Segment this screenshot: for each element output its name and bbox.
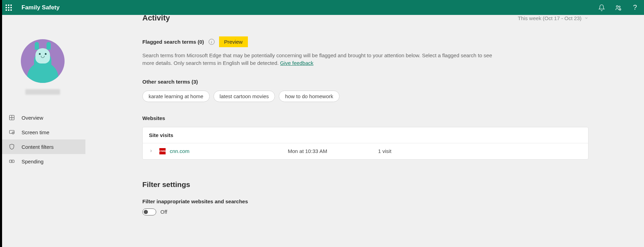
sidebar-item-screentime[interactable]: Screen time (0, 125, 85, 139)
screentime-icon (8, 129, 15, 136)
site-time: Mon at 10:33 AM (288, 148, 378, 154)
flagged-terms-label: Flagged search terms (0) (142, 39, 204, 45)
svg-rect-8 (9, 160, 14, 163)
money-icon (8, 158, 15, 165)
preview-badge: Preview (219, 36, 248, 47)
people-icon[interactable] (615, 4, 622, 11)
annotation-arrow (85, 188, 90, 220)
other-terms-label: Other search terms (3) (142, 79, 588, 85)
description-text: Search terms from Microsoft Edge that ma… (142, 52, 493, 67)
sidebar-item-label: Screen time (22, 129, 49, 135)
chevron-down-icon (584, 16, 588, 20)
week-range-label: This week (Oct 17 - Oct 23) (518, 15, 582, 21)
search-chip[interactable]: karate learning at home (142, 91, 210, 102)
avatar[interactable] (21, 39, 65, 83)
app-header: Family Safety ? (0, 0, 644, 15)
sidebar-item-label: Content filters (22, 144, 54, 150)
sidebar-item-label: Spending (22, 159, 43, 164)
overview-icon (8, 114, 15, 121)
sidebar-item-overview[interactable]: Overview (0, 110, 85, 125)
site-name-link[interactable]: cnn.com (170, 148, 288, 154)
chevron-right-icon[interactable] (149, 148, 157, 154)
search-chip[interactable]: how to do homework (279, 91, 339, 102)
websites-card: Site visits CNN cnn.com Mon at 10:33 AM … (142, 127, 588, 160)
filter-toggle[interactable] (142, 208, 156, 215)
sidebar-item-spending[interactable]: Spending (0, 154, 85, 169)
search-chip[interactable]: latest cartoon movies (214, 91, 275, 102)
svg-point-9 (11, 161, 12, 162)
filter-inappropriate-label: Filter inappropriate websites and search… (142, 198, 588, 204)
week-selector[interactable]: This week (Oct 17 - Oct 23) (518, 15, 588, 21)
toggle-state-label: Off (160, 209, 167, 215)
site-visits: 1 visit (378, 148, 391, 154)
filter-settings-title: Filter settings (142, 180, 588, 189)
shield-icon (8, 143, 15, 150)
sidebar: Overview Screen time Content filters Spe… (0, 15, 85, 247)
activity-title: Activity (142, 15, 170, 23)
sidebar-item-label: Overview (22, 115, 43, 121)
websites-label: Websites (142, 115, 588, 121)
waffle-icon[interactable] (6, 5, 12, 11)
sidebar-item-content-filters[interactable]: Content filters (0, 139, 85, 154)
site-favicon: CNN (159, 148, 166, 154)
svg-point-0 (616, 6, 618, 7)
site-visits-header: Site visits (143, 127, 588, 143)
site-row[interactable]: CNN cnn.com Mon at 10:33 AM 1 visit (143, 143, 588, 159)
profile-name (25, 89, 60, 95)
give-feedback-link[interactable]: Give feedback (280, 60, 313, 66)
help-icon[interactable]: ? (632, 4, 638, 11)
info-icon[interactable]: i (209, 39, 215, 45)
bell-icon[interactable] (598, 4, 605, 11)
svg-point-1 (619, 6, 620, 7)
app-title: Family Safety (22, 4, 60, 11)
